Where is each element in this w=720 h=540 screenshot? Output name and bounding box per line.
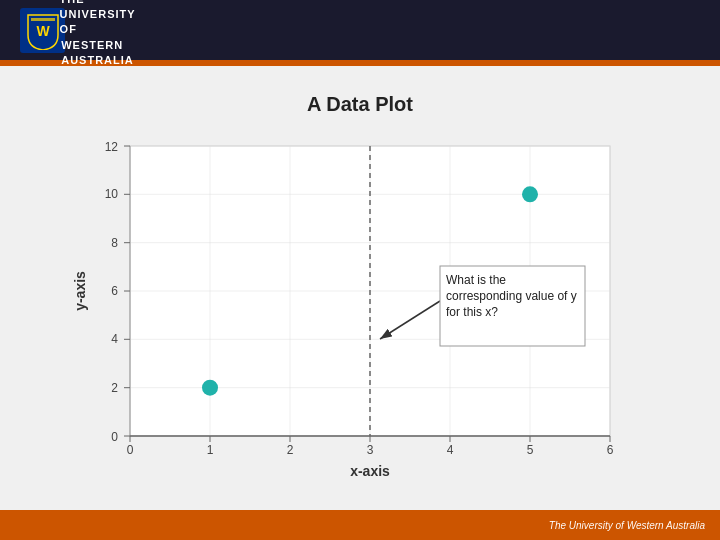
svg-text:4: 4 <box>447 443 454 457</box>
svg-text:y-axis: y-axis <box>72 271 88 311</box>
footer-text: The University of Western Australia <box>549 520 705 531</box>
svg-text:x-axis: x-axis <box>350 463 390 479</box>
svg-text:3: 3 <box>367 443 374 457</box>
top-bar: W THE UNIVERSITY OF WESTERN AUSTRALIA <box>0 0 720 60</box>
university-name-line1: THE UNIVERSITY OF <box>60 0 136 38</box>
svg-text:6: 6 <box>111 284 118 298</box>
logo-area: W THE UNIVERSITY OF WESTERN AUSTRALIA <box>20 8 120 53</box>
svg-text:12: 12 <box>105 140 119 154</box>
svg-text:0: 0 <box>127 443 134 457</box>
university-name-line2: WESTERN AUSTRALIA <box>61 38 134 69</box>
main-content: A Data Plot <box>0 66 720 510</box>
chart-area: 0 1 2 3 4 5 6 0 2 4 <box>70 126 650 486</box>
svg-text:5: 5 <box>527 443 534 457</box>
chart-title: A Data Plot <box>70 93 650 116</box>
data-point-1 <box>202 380 218 396</box>
data-point-2 <box>522 186 538 202</box>
svg-text:W: W <box>36 23 50 39</box>
plot-svg: 0 1 2 3 4 5 6 0 2 4 <box>70 126 650 486</box>
svg-text:10: 10 <box>105 187 119 201</box>
svg-text:0: 0 <box>111 430 118 444</box>
footer-bar: The University of Western Australia <box>0 510 720 540</box>
svg-text:6: 6 <box>607 443 614 457</box>
svg-text:4: 4 <box>111 332 118 346</box>
university-logo-2: THE UNIVERSITY OF WESTERN AUSTRALIA <box>75 8 120 53</box>
svg-text:2: 2 <box>111 381 118 395</box>
svg-text:8: 8 <box>111 236 118 250</box>
university-logo: W <box>20 8 65 53</box>
svg-text:1: 1 <box>207 443 214 457</box>
chart-container: A Data Plot <box>70 93 650 493</box>
svg-rect-1 <box>31 18 55 21</box>
svg-text:2: 2 <box>287 443 294 457</box>
